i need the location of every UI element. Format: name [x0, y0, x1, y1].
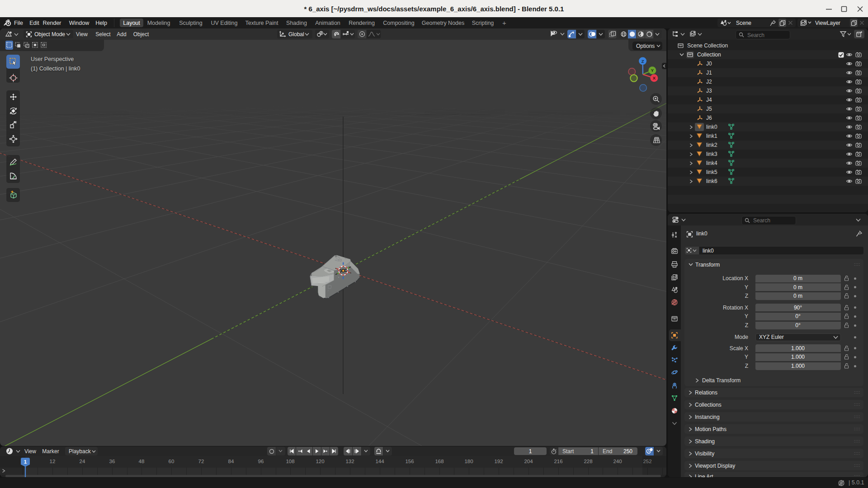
- svg-text:1: 1: [24, 459, 27, 465]
- svg-text:Y: Y: [651, 68, 654, 73]
- svg-text:X: X: [653, 75, 656, 80]
- svg-text:Z: Z: [642, 59, 644, 64]
